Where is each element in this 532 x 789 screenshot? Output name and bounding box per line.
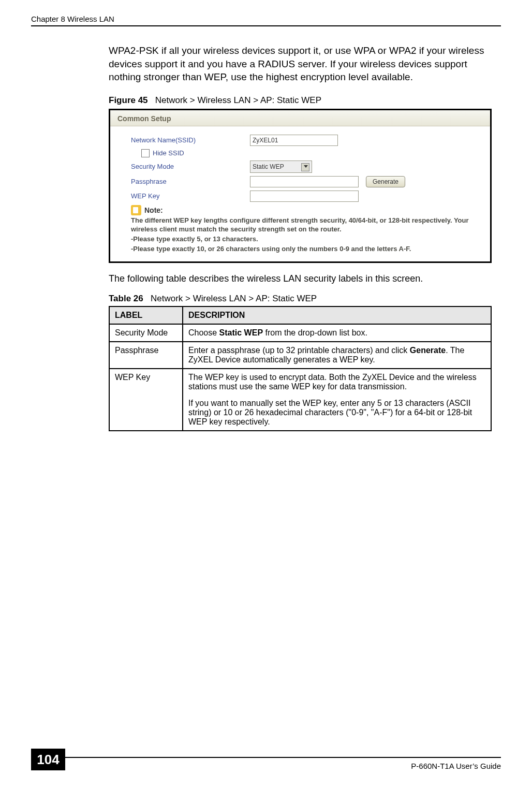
hide-ssid-label: Hide SSID	[153, 149, 184, 157]
screenshot-panel: Common Setup Network Name(SSID) Hide SSI…	[109, 109, 492, 264]
table-title: Network > Wireless LAN > AP: Static WEP	[151, 294, 317, 303]
security-mode-value: Static WEP	[253, 163, 284, 170]
desc-text: Choose	[188, 328, 219, 337]
note-text-line3: -Please type exactly 10, or 26 character…	[131, 245, 484, 254]
screenshot-group-title: Common Setup	[110, 110, 490, 126]
ssid-label: Network Name(SSID)	[131, 136, 250, 144]
passphrase-label: Passphrase	[131, 178, 250, 185]
table-row: Passphrase Enter a passphrase (up to 32 …	[109, 342, 491, 369]
note-text-line1: The different WEP key lengths configure …	[131, 216, 484, 234]
chapter-title: Chapter 8 Wireless LAN	[31, 14, 114, 23]
ssid-input[interactable]	[250, 135, 338, 146]
desc-bold: Static WEP	[219, 328, 263, 337]
figure-caption: Figure 45 Network > Wireless LAN > AP: S…	[109, 95, 501, 106]
cell-label: Passphrase	[109, 342, 183, 369]
desc-text: Enter a passphrase (up to 32 printable c…	[188, 346, 410, 355]
hide-ssid-checkbox[interactable]	[141, 149, 150, 157]
generate-button[interactable]: Generate	[366, 176, 405, 187]
description-table: LABEL DESCRIPTION Security Mode Choose S…	[109, 306, 492, 431]
table-row: Security Mode Choose Static WEP from the…	[109, 324, 491, 342]
post-figure-text: The following table describes the wirele…	[109, 273, 501, 284]
table-label: Table 26	[109, 294, 143, 303]
security-mode-select[interactable]: Static WEP	[250, 160, 312, 173]
passphrase-input[interactable]	[250, 176, 359, 187]
cell-desc: Enter a passphrase (up to 32 printable c…	[183, 342, 491, 369]
guide-name: P-660N-T1A User’s Guide	[411, 762, 501, 770]
chevron-down-icon	[304, 165, 308, 168]
wepkey-label: WEP Key	[131, 192, 250, 200]
figure-title: Network > Wireless LAN > AP: Static WEP	[155, 95, 321, 105]
note-icon	[131, 205, 141, 215]
th-label: LABEL	[109, 306, 183, 324]
desc-text: The WEP key is used to encrypt data. Bot…	[188, 373, 485, 391]
cell-label: Security Mode	[109, 324, 183, 342]
th-description: DESCRIPTION	[183, 306, 491, 324]
cell-desc: Choose Static WEP from the drop-down lis…	[183, 324, 491, 342]
note-label: Note:	[144, 206, 163, 214]
footer-rule	[31, 757, 501, 758]
table-caption: Table 26 Network > Wireless LAN > AP: St…	[109, 294, 501, 304]
security-mode-label: Security Mode	[131, 163, 250, 170]
note-text-line2: -Please type exactly 5, or 13 characters…	[131, 235, 484, 244]
table-row: WEP Key The WEP key is used to encrypt d…	[109, 369, 491, 431]
figure-label: Figure 45	[109, 95, 148, 105]
desc-bold: Generate	[410, 346, 446, 355]
cell-label: WEP Key	[109, 369, 183, 431]
page-number: 104	[31, 749, 65, 770]
intro-paragraph: WPA2-PSK if all your wireless devices su…	[109, 44, 501, 84]
cell-desc: The WEP key is used to encrypt data. Bot…	[183, 369, 491, 431]
wepkey-input[interactable]	[250, 191, 359, 202]
desc-text: If you want to manually set the WEP key,…	[188, 399, 485, 427]
desc-text: from the drop-down list box.	[263, 328, 367, 337]
